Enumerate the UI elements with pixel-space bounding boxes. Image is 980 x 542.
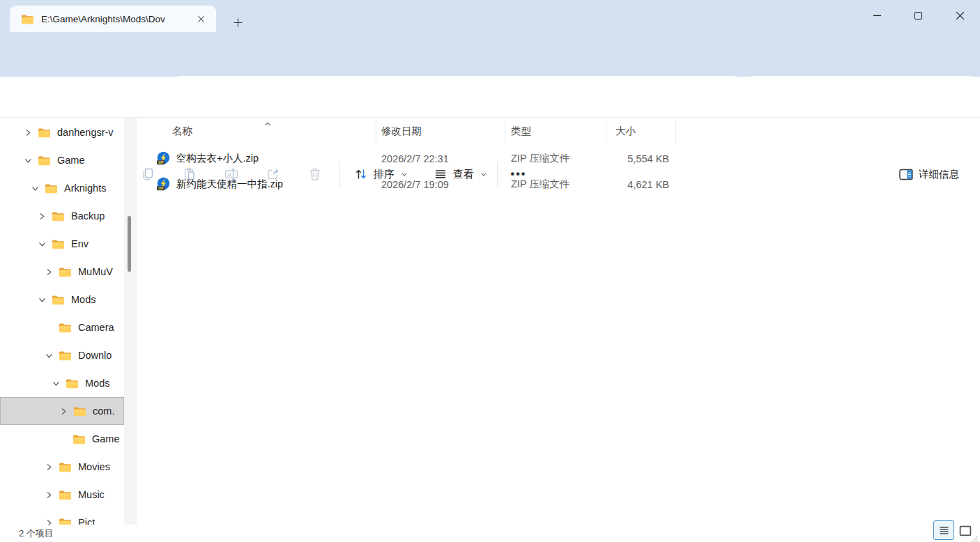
details-view-toggle[interactable] xyxy=(933,520,954,540)
folder-icon xyxy=(21,14,34,24)
item-count: 2 个项目 xyxy=(19,527,54,540)
maximize-icon[interactable] xyxy=(907,4,929,26)
sidebar-item-label: Env xyxy=(71,238,89,249)
chevron-down-icon[interactable] xyxy=(22,155,33,166)
command-bar: 新建 A 排序 查看 ••• 详细信息 xyxy=(0,77,980,118)
chevron-down-icon[interactable] xyxy=(29,183,40,194)
details-pane-label: 详细信息 xyxy=(919,168,959,181)
resize-grip[interactable] xyxy=(971,533,979,542)
sidebar-item-label: Backup xyxy=(71,210,105,222)
close-icon[interactable] xyxy=(949,4,971,26)
file-name-cell: ZIP新约能天使精一中指.zip xyxy=(136,177,376,192)
tab-close-icon[interactable] xyxy=(192,10,209,27)
folder-tree: danhengsr-vGameArknightsBackupEnvMuMuVMo… xyxy=(0,118,136,525)
chevron-right-icon[interactable] xyxy=(43,489,54,500)
sidebar-item-pict[interactable]: Pict xyxy=(0,509,124,525)
thumbnails-view-icon xyxy=(959,525,972,536)
sidebar-item-label: Camera xyxy=(78,322,114,333)
sidebar-item-backup[interactable]: Backup xyxy=(0,202,124,230)
chevron-down-icon[interactable] xyxy=(43,350,54,361)
sidebar-item-label: Movies xyxy=(78,461,110,472)
sidebar-item-game[interactable]: Game xyxy=(0,146,124,174)
folder-icon xyxy=(38,155,51,166)
folder-icon xyxy=(52,239,65,249)
details-pane-button[interactable]: 详细信息 xyxy=(891,162,967,187)
file-type-cell: ZIP 压缩文件 xyxy=(505,152,606,165)
column-header-date[interactable]: 修改日期 xyxy=(376,120,505,143)
sidebar-item-label: Game xyxy=(57,155,85,166)
details-view-icon xyxy=(939,526,949,535)
sidebar-item-label: MuMuV xyxy=(78,266,113,277)
navigation-bar: ···ModsDownloadModscom.hypergryph.arknig… xyxy=(0,32,980,77)
sidebar-item-game[interactable]: Game xyxy=(0,425,124,453)
folder-icon xyxy=(73,406,86,417)
file-name: 空构去衣+小人.zip xyxy=(176,152,259,165)
folder-icon xyxy=(45,183,58,194)
sidebar-item-movies[interactable]: Movies xyxy=(0,453,124,481)
sidebar-item-label: Arknights xyxy=(64,183,106,194)
folder-icon xyxy=(59,267,72,277)
zip-archive-icon: ZIP xyxy=(156,151,171,166)
sidebar-item-label: Pict xyxy=(78,517,95,525)
folder-icon xyxy=(38,127,51,138)
chevron-right-icon[interactable] xyxy=(58,405,69,417)
file-row[interactable]: ZIP新约能天使精一中指.zip2026/2/7 19:09ZIP 压缩文件4,… xyxy=(136,171,676,197)
svg-text:ZIP: ZIP xyxy=(158,187,164,190)
status-bar xyxy=(0,525,980,542)
folder-icon xyxy=(52,211,65,222)
sidebar-item-env[interactable]: Env xyxy=(0,230,124,258)
sidebar-item-label: danhengsr-v xyxy=(57,127,114,138)
chevron-right-icon[interactable] xyxy=(43,517,54,525)
sidebar-item-label: Mods xyxy=(85,378,109,389)
sidebar-item-downlo[interactable]: Downlo xyxy=(0,341,124,369)
chevron-down-icon[interactable] xyxy=(36,294,47,305)
chevron-right-icon[interactable] xyxy=(22,127,33,138)
sidebar-item-com-[interactable]: com. xyxy=(0,397,124,425)
sidebar-item-arknights[interactable]: Arknights xyxy=(0,174,124,202)
sort-ascending-caret-icon xyxy=(263,117,272,130)
column-headers: 名称 修改日期 类型 大小 xyxy=(136,120,676,143)
new-tab-plus-icon[interactable] xyxy=(229,13,247,31)
file-size-cell: 4,621 KB xyxy=(606,179,676,190)
folder-icon xyxy=(59,350,72,361)
folder-icon xyxy=(59,518,72,525)
sidebar-item-camera[interactable]: Camera xyxy=(0,313,124,341)
sidebar-item-music[interactable]: Music xyxy=(0,481,124,509)
titlebar: E:\Game\Arknights\Mods\Dov xyxy=(0,0,980,32)
sidebar-item-danhengsr-v[interactable]: danhengsr-v xyxy=(0,118,124,146)
chevron-down-icon[interactable] xyxy=(36,238,47,249)
folder-icon xyxy=(59,323,72,333)
sidebar-scrollbar-thumb[interactable] xyxy=(128,216,131,272)
file-size-cell: 5,554 KB xyxy=(606,153,676,164)
file-name-cell: ZIP空构去衣+小人.zip xyxy=(136,151,376,166)
sidebar-item-label: Game xyxy=(92,433,120,444)
file-date-cell: 2026/2/7 19:09 xyxy=(376,179,505,190)
folder-icon xyxy=(59,462,72,472)
chevron-spacer xyxy=(57,433,68,444)
tab-title: E:\Game\Arknights\Mods\Dov xyxy=(41,14,185,24)
column-header-size[interactable]: 大小 xyxy=(606,120,676,143)
file-date-cell: 2026/2/7 22:31 xyxy=(376,153,505,164)
zip-archive-icon: ZIP xyxy=(156,177,171,192)
file-row[interactable]: ZIP空构去衣+小人.zip2026/2/7 22:31ZIP 压缩文件5,55… xyxy=(136,146,676,171)
chevron-right-icon[interactable] xyxy=(43,461,54,472)
minimize-icon[interactable] xyxy=(866,4,888,26)
chevron-spacer xyxy=(43,322,54,333)
sidebar-item-label: Downlo xyxy=(78,350,112,361)
file-type-cell: ZIP 压缩文件 xyxy=(505,178,606,191)
details-pane-icon xyxy=(899,169,913,180)
file-name: 新约能天使精一中指.zip xyxy=(176,178,283,191)
sidebar-item-mods[interactable]: Mods xyxy=(0,369,124,397)
sidebar-item-mods[interactable]: Mods xyxy=(0,286,124,313)
chevron-right-icon[interactable] xyxy=(36,210,47,222)
chevron-right-icon[interactable] xyxy=(43,266,54,277)
sidebar-item-label: com. xyxy=(93,405,114,417)
svg-text:ZIP: ZIP xyxy=(158,161,164,164)
chevron-down-icon[interactable] xyxy=(50,378,61,389)
sidebar-scrollbar-track[interactable] xyxy=(124,118,137,525)
column-header-name[interactable]: 名称 xyxy=(136,120,376,143)
column-header-type[interactable]: 类型 xyxy=(505,120,606,143)
folder-icon xyxy=(66,378,79,389)
sidebar-item-mumuv[interactable]: MuMuV xyxy=(0,258,124,286)
explorer-tab[interactable]: E:\Game\Arknights\Mods\Dov xyxy=(10,6,216,32)
